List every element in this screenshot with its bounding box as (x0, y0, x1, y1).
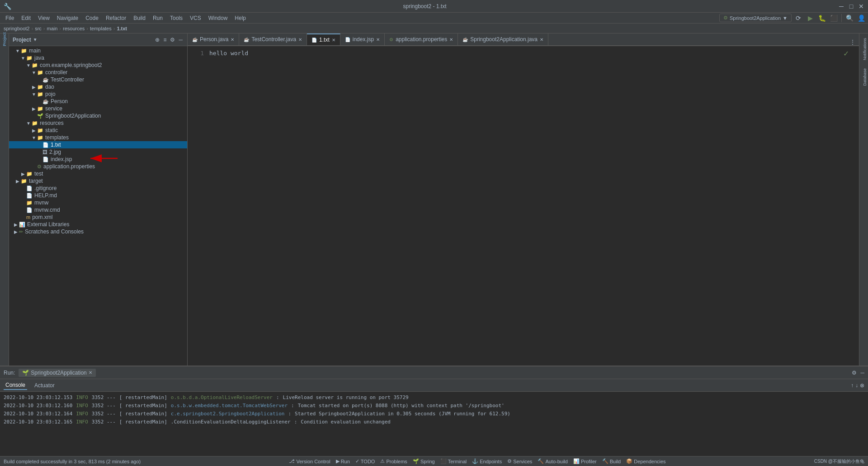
status-build[interactable]: 🔨 Build (599, 456, 623, 466)
status-endpoints[interactable]: ⚓ Endpoints (469, 456, 505, 466)
log-level: INFO (76, 394, 88, 402)
toolbar-stop-btn[interactable]: ⬛ (829, 13, 839, 23)
bottom-minimize-btn[interactable]: ─ (860, 370, 864, 376)
tab-1txt[interactable]: 📄 1.txt ✕ (307, 33, 340, 45)
tab-springboot2app[interactable]: ☕ Springboot2Application.java ✕ (458, 33, 548, 45)
menu-help[interactable]: Help (231, 14, 250, 22)
project-dropdown-icon[interactable]: ▼ (33, 37, 38, 42)
tree-item-gitignore[interactable]: 📄 .gitignore (9, 185, 187, 192)
tree-item-testcontroller[interactable]: ☕ TestController (9, 76, 187, 83)
tab-console[interactable]: Console (4, 381, 27, 390)
status-profiler[interactable]: 📊 Profiler (571, 456, 599, 466)
tab-indexjsp[interactable]: 📄 index.jsp ✕ (340, 33, 385, 45)
menu-tools[interactable]: Tools (166, 14, 186, 22)
tree-item-resources[interactable]: ▼ 📁 resources (9, 119, 187, 127)
tree-item-2jpg[interactable]: 🖼 2.jpg (9, 148, 187, 156)
status-todo[interactable]: ✓ TODO (353, 456, 378, 466)
status-spring[interactable]: 🌱 Spring (410, 456, 438, 466)
tab-close-btn[interactable]: ✕ (298, 37, 302, 42)
bc-springboot2[interactable]: springboot2 (4, 26, 30, 31)
menu-edit[interactable]: Edit (18, 14, 34, 22)
status-terminal[interactable]: ⬛ Terminal (438, 456, 470, 466)
tree-item-person[interactable]: ☕ Person (9, 98, 187, 105)
tree-item-static[interactable]: ▶ 📁 static (9, 127, 187, 134)
toolbar-search-btn[interactable]: 🔍 (844, 13, 854, 23)
maximize-button[interactable]: □ (848, 3, 854, 10)
toolbar-user-btn[interactable]: 👤 (856, 13, 866, 23)
menu-file[interactable]: File (2, 14, 18, 22)
bc-main[interactable]: main (47, 26, 58, 31)
services-label: Services (513, 459, 532, 464)
tree-item-dao[interactable]: ▶ 📁 dao (9, 83, 187, 90)
tree-item-pomxml[interactable]: m pom.xml (9, 214, 187, 221)
bc-templates[interactable]: templates (90, 26, 112, 31)
menu-refactor[interactable]: Refactor (102, 14, 130, 22)
toolbar-refresh-btn[interactable]: ⟳ (793, 13, 803, 23)
run-config-tab[interactable]: 🌱 Springboot2Application ✕ (19, 369, 95, 377)
tree-item-pojo[interactable]: ▼ 📁 pojo (9, 90, 187, 98)
tree-item-java[interactable]: ▼ 📁 java (9, 54, 187, 62)
side-icon-project[interactable]: Project (0, 35, 9, 43)
menu-code[interactable]: Code (82, 14, 102, 22)
tab-close-btn[interactable]: ✕ (376, 37, 380, 42)
tree-item-1txt[interactable]: 📄 1.txt (9, 141, 187, 148)
tree-item-com-example[interactable]: ▼ 📁 com.example.springboot2 (9, 62, 187, 69)
tree-item-scratches[interactable]: ▶ ✏ Scratches and Consoles (9, 228, 187, 235)
menu-vcs[interactable]: VCS (186, 14, 205, 22)
tree-item-helpmd[interactable]: 📄 HELP.md (9, 192, 187, 199)
bc-resources[interactable]: resources (63, 26, 85, 31)
tabs-overflow-btn[interactable]: ⋮ (850, 39, 855, 45)
project-locate-btn[interactable]: ⊕ (154, 36, 160, 44)
expand-arrow: ▼ (25, 63, 32, 68)
tab-close-btn[interactable]: ✕ (332, 38, 335, 43)
minimize-button[interactable]: ─ (838, 3, 844, 10)
tab-appprops[interactable]: ⚙ application.properties ✕ (385, 33, 458, 45)
tree-item-springboot2app[interactable]: 🌱 Springboot2Application (9, 112, 187, 119)
tree-item-service[interactable]: ▶ 📁 service (9, 105, 187, 112)
tab-close-btn[interactable]: ✕ (231, 37, 234, 42)
sidebar-notifications[interactable]: Notifications (859, 34, 868, 64)
tree-item-main[interactable]: ▼ 📁 main (9, 47, 187, 54)
menu-window[interactable]: Window (205, 14, 231, 22)
tree-item-mvnw[interactable]: 📁 mvnw (9, 199, 187, 206)
scroll-down-btn[interactable]: ↓ (855, 382, 858, 389)
menu-build[interactable]: Build (130, 14, 149, 22)
tab-testcontroller-java[interactable]: ☕ TestController.java ✕ (239, 33, 307, 45)
status-run[interactable]: ▶ Run (333, 456, 353, 466)
run-config-dropdown[interactable]: ⚙ Springboot2Application ▼ (719, 14, 792, 22)
bc-src[interactable]: src (35, 26, 42, 31)
tree-item-controller[interactable]: ▼ 📁 controller (9, 69, 187, 76)
tree-item-test[interactable]: ▶ 📁 test (9, 170, 187, 177)
scroll-up-btn[interactable]: ↑ (851, 382, 854, 389)
toolbar-debug-btn[interactable]: 🐛 (817, 13, 827, 23)
menu-view[interactable]: View (34, 14, 53, 22)
tree-item-indexjsp[interactable]: 📄 index.jsp (9, 156, 187, 163)
clear-console-btn[interactable]: ⊗ (860, 382, 864, 389)
tree-item-ext-libs[interactable]: ▶ 📊 External Libraries (9, 221, 187, 228)
bottom-settings-btn[interactable]: ⚙ (852, 370, 857, 376)
tab-actuator[interactable]: Actuator (33, 381, 57, 390)
menu-navigate[interactable]: Navigate (53, 14, 82, 22)
status-services[interactable]: ⚙ Services (505, 456, 535, 466)
status-problems[interactable]: ⚠ Problems (377, 456, 410, 466)
tab-close-btn[interactable]: ✕ (540, 37, 543, 42)
tree-item-mvnwcmd[interactable]: 📄 mvnw.cmd (9, 206, 187, 214)
menu-run[interactable]: Run (149, 14, 166, 22)
tree-item-appprops[interactable]: ⚙ application.properties (9, 163, 187, 170)
toolbar-run-btn[interactable]: ▶ (805, 13, 815, 23)
run-tab-close[interactable]: ✕ (89, 370, 92, 375)
project-minimize-btn[interactable]: ─ (178, 36, 184, 44)
tab-person-java[interactable]: ☕ Person.java ✕ (188, 33, 239, 45)
status-dependencies[interactable]: 📦 Dependencies (623, 456, 668, 466)
close-button[interactable]: ✕ (858, 3, 864, 10)
tree-item-target[interactable]: ▶ 📁 target (9, 177, 187, 185)
project-collapse-btn[interactable]: ≡ (162, 36, 167, 44)
tab-close-btn[interactable]: ✕ (449, 37, 453, 42)
tree-item-templates[interactable]: ▼ 📁 templates (9, 134, 187, 141)
status-version-control[interactable]: ⎇ Version Control (286, 456, 333, 466)
project-settings-btn[interactable]: ⚙ (169, 36, 176, 44)
code-area[interactable]: hello world (206, 46, 859, 366)
bc-file[interactable]: 1.txt (117, 26, 127, 31)
sidebar-database[interactable]: Database (859, 65, 868, 90)
status-auto-build[interactable]: 🔨 Auto-build (535, 456, 571, 466)
